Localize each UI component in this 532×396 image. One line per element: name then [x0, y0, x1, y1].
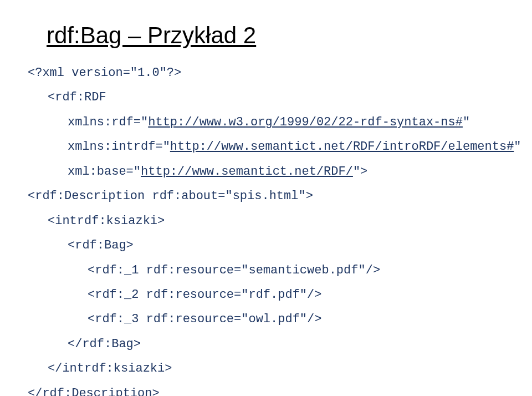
code-line: <?xml version="1.0"?>: [28, 61, 504, 85]
url-link: http://www.semantict.net/RDF/: [141, 165, 353, 179]
code-block: <?xml version="1.0"?><rdf:RDFxmlns:rdf="…: [28, 61, 504, 396]
code-line: <rdf:RDF: [28, 85, 504, 110]
code-line: </rdf:Bag>: [28, 332, 504, 357]
url-link: http://www.semantict.net/RDF/introRDF/el…: [170, 140, 514, 154]
url-link: http://www.w3.org/1999/02/22-rdf-syntax-…: [148, 115, 463, 129]
code-line: <rdf:_3 rdf:resource="owl.pdf"/>: [28, 307, 504, 332]
code-line: xml:base="http://www.semantict.net/RDF/"…: [28, 160, 504, 184]
code-line: </rdf:Description>: [28, 382, 504, 396]
code-line: xmlns:intrdf="http://www.semantict.net/R…: [28, 135, 504, 159]
code-line: <intrdf:ksiazki>: [28, 209, 504, 233]
slide-title: rdf:Bag – Przykład 2: [47, 22, 504, 49]
code-line: </intrdf:ksiazki>: [28, 357, 504, 381]
code-line: <rdf:_2 rdf:resource="rdf.pdf"/>: [28, 283, 504, 307]
code-line: xmlns:rdf="http://www.w3.org/1999/02/22-…: [28, 110, 504, 135]
code-line: <rdf:_1 rdf:resource="semanticweb.pdf"/>: [28, 258, 504, 283]
code-line: <rdf:Bag>: [28, 233, 504, 258]
code-line: <rdf:Description rdf:about="spis.html">: [28, 184, 504, 209]
